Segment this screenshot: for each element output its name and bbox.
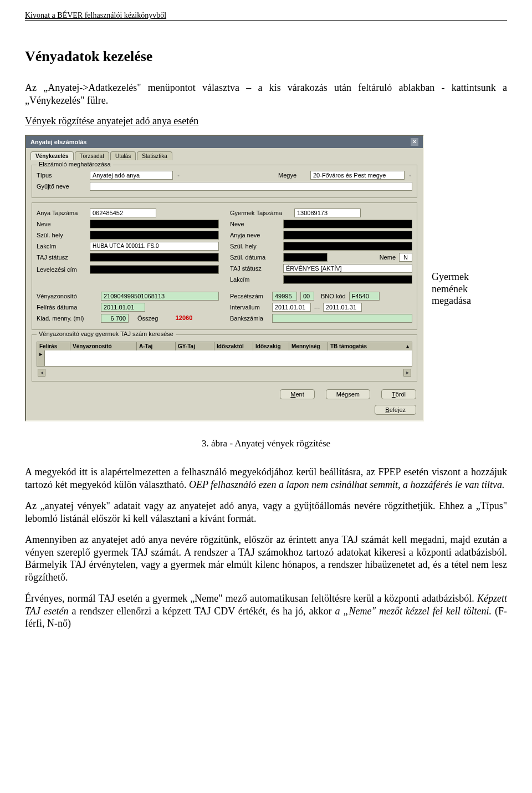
col-venyazon[interactable]: Vényazonosító [70, 342, 137, 350]
megye-select[interactable]: 20-Főváros és Pest megye [310, 171, 405, 180]
spinner-icon[interactable]: ◦ [176, 172, 181, 179]
col-mennyiseg[interactable]: Mennyiség [289, 342, 328, 350]
tipus-select[interactable]: Anyatej adó anya [90, 171, 173, 180]
label-anya-tajstatus: TAJ státusz [37, 254, 86, 261]
label-gyermek-anyja: Anyja neve [230, 232, 280, 238]
label-bno: BNO kód [321, 293, 346, 299]
button-row-1: MMentent Mégsem Töröl [26, 386, 423, 405]
window-titlebar: Anyatej elszámolás × [26, 136, 423, 148]
label-osszeg: Összeg [137, 315, 158, 322]
anya-lakcim-field[interactable]: HUBA UTCA 000011. FS.0 [90, 242, 219, 251]
intervallum-sep: --- [314, 304, 320, 311]
gyermek-szuldatum-field[interactable] [283, 253, 328, 262]
page-header: Kivonat a BÉVER felhasználói kézikönyvbő… [25, 11, 507, 21]
megsem-button[interactable]: Mégsem [326, 389, 370, 399]
venyazon-field[interactable]: 210904999501068113 [101, 292, 219, 301]
label-anya-szulhely: Szül. hely [37, 232, 86, 238]
window-title: Anyatej elszámolás [30, 139, 87, 145]
gyermek-anyja-field[interactable] [283, 231, 412, 240]
gyermek-column: Gyermek Tajszáma 130089173 Neve Anyja ne… [230, 209, 412, 286]
label-neme: Neme [380, 254, 396, 261]
result-table: Felírás Vényazonosító A-Taj GY-Taj Idősz… [37, 342, 412, 367]
label-anya-levelez: Levelezési cím [37, 266, 86, 273]
figure-caption: 3. ábra - Anyatej vények rögzítése [25, 438, 507, 449]
page-title: Vényadatok kezelése [25, 48, 507, 65]
note-line2: nemének [432, 283, 471, 296]
group-data: Anya Tajszáma 062485452 Neve Szül. hely … [32, 202, 417, 330]
gyermek-tajstatus-field[interactable]: ÉRVÉNYES [AKTÍV] [283, 264, 412, 273]
col-tbtamogatas[interactable]: TB támogatás [328, 342, 404, 350]
anya-levelez-field[interactable] [90, 265, 219, 274]
label-gyermek-tajstatus: TAJ státusz [230, 265, 280, 272]
label-anya-lakcim: Lakcím [37, 243, 86, 250]
bankszamla-field[interactable] [272, 314, 412, 323]
pecset-field[interactable]: 49995 [272, 292, 297, 301]
annotation-note: Gyermek nemének megadása [432, 271, 471, 307]
tab-torzsadat[interactable]: Törzsadat [75, 151, 109, 160]
tab-statisztika[interactable]: Statisztika [137, 151, 172, 160]
pecset-field2[interactable]: 00 [300, 292, 314, 301]
group-legend: Elszámoló meghatározása [37, 161, 113, 167]
label-venyazon: Vényazonosító [37, 293, 98, 299]
tab-utalas[interactable]: Utalás [110, 151, 136, 160]
paragraph-4: Érvényes, normál TAJ esetén a gyermek „N… [25, 592, 507, 630]
feliras-field[interactable]: 2011.01.01 [101, 303, 145, 312]
group-elszamolo: Elszámoló meghatározása Típus Anyatej ad… [32, 165, 417, 198]
label-anya-taj: Anya Tajszáma [37, 210, 86, 216]
intervallum-to[interactable]: 2011.01.31 [323, 303, 362, 312]
close-icon[interactable]: × [411, 138, 418, 146]
anya-neve-field[interactable] [90, 220, 219, 228]
anya-szulhely-field[interactable] [90, 231, 219, 240]
col-gytaj[interactable]: GY-Taj [176, 342, 214, 350]
ment-button[interactable]: MMentent [280, 389, 314, 399]
spinner-icon[interactable]: ◦ [408, 172, 412, 179]
scroll-right-icon[interactable]: ▸ [403, 369, 411, 377]
paragraph-3: Amennyiben az anyatejet adó anya nevére … [25, 533, 507, 583]
label-gyermek-taj: Gyermek Tajszáma [230, 210, 291, 216]
label-kiad: Kiad. menny. (ml) [37, 315, 98, 322]
anya-taj-field[interactable]: 062485452 [90, 209, 156, 217]
scroll-up-icon[interactable]: ▴ [404, 342, 412, 350]
label-bankszamla: Bankszámla [230, 315, 269, 322]
intro-paragraph: Az „Anyatej->Adatkezelés" menüpontot vál… [25, 82, 507, 106]
label-gyermek-szuldatum: Szül. dátuma [230, 254, 280, 261]
label-gyermek-szulhely: Szül. hely [230, 243, 280, 250]
osszeg-value: 12060 [161, 314, 195, 323]
section-subhead: Vények rögzítése anyatejet adó anya eset… [25, 115, 507, 127]
gyermek-taj-field[interactable]: 130089173 [294, 209, 361, 217]
col-feliras[interactable]: Felírás [37, 342, 70, 350]
label-gyermek-lakcim: Lakcím [230, 276, 280, 283]
gyermek-szulhely-field[interactable] [283, 242, 412, 251]
anya-tajstatus-field[interactable] [90, 253, 219, 262]
group-search: Vényazonosító vagy gyermek TAJ szám kere… [32, 334, 417, 382]
label-tipus: Típus [37, 172, 86, 179]
gyujto-field[interactable] [90, 182, 412, 191]
intervallum-from[interactable]: 2011.01.01 [272, 303, 311, 312]
anya-column: Anya Tajszáma 062485452 Neve Szül. hely … [37, 209, 219, 286]
kiad-field[interactable]: 6 700 [101, 314, 129, 323]
label-gyermek-neve: Neve [230, 221, 280, 227]
gyermek-lakcim-field[interactable] [283, 275, 412, 284]
paragraph-1: A megyekód itt is alapértelmezetten a fe… [25, 466, 507, 491]
table-body[interactable]: ▸ [37, 350, 412, 366]
tab-venykezeles[interactable]: Vénykezelés [30, 151, 74, 160]
note-line1: Gyermek [432, 271, 471, 283]
col-idoszakig[interactable]: Időszakig [253, 342, 289, 350]
scroll-left-icon[interactable]: ◂ [38, 369, 45, 377]
note-line3: megadása [432, 295, 471, 307]
tab-bar: Vénykezelés Törzsadat Utalás Statisztika [26, 148, 423, 160]
bno-field[interactable]: F4540 [349, 292, 380, 301]
torol-button[interactable]: Töröl [381, 389, 416, 399]
col-idoszaktol[interactable]: Időszaktól [214, 342, 253, 350]
label-gyujto: Gyűjtő neve [37, 183, 86, 190]
button-row-2: Befejez [26, 405, 423, 420]
col-ataj[interactable]: A-Taj [137, 342, 176, 350]
label-anya-neve: Neve [37, 221, 86, 227]
gyermek-neve-field[interactable] [283, 220, 412, 228]
neme-field[interactable]: N [399, 253, 412, 262]
app-window: Anyatej elszámolás × Vénykezelés Törzsad… [25, 135, 424, 421]
search-legend: Vényazonosító vagy gyermek TAJ szám kere… [37, 331, 176, 337]
befejez-button[interactable]: Befejez [375, 405, 416, 415]
paragraph-2: Az „anyatej vények" adatait vagy az anya… [25, 500, 507, 525]
label-intervallum: Intervallum [230, 304, 269, 311]
